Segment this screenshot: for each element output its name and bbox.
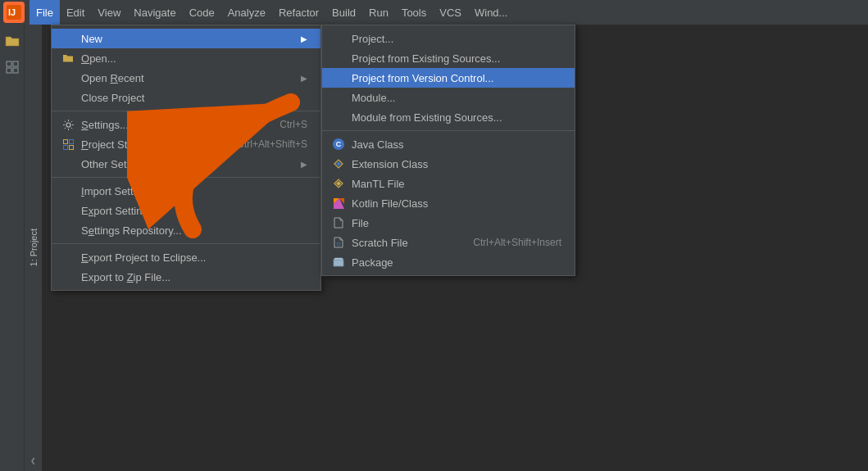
menu-item-close-project[interactable]: Close Project [52, 88, 320, 107]
java-class-icon: C [332, 138, 345, 151]
extension-class-icon [332, 157, 345, 170]
svg-point-14 [337, 242, 340, 246]
new-submenu-module[interactable]: Module... [322, 88, 575, 107]
menu-item-export-zip[interactable]: Export to Zip File... [52, 267, 320, 287]
svg-point-6 [66, 123, 70, 127]
menu-item-project-structure[interactable]: Project Structure... Ctrl+Alt+Shift+S [52, 134, 320, 154]
svg-rect-9 [63, 145, 67, 149]
project-panel-label: 1: Project [29, 229, 39, 266]
new-submenu-mantl[interactable]: ManTL File [322, 174, 575, 193]
new-arrow-icon: ▶ [301, 34, 307, 43]
menu-item-open[interactable]: Open... [52, 48, 320, 68]
menubar-view[interactable]: View [91, 0, 127, 25]
new-submenu-java-class-label: Java Class [352, 138, 404, 151]
settings-wrench-icon [61, 118, 75, 131]
new-submenu-module-existing[interactable]: Module from Existing Sources... [322, 107, 575, 127]
mantl-icon [332, 177, 345, 190]
menu-item-settings-repo[interactable]: Settings Repository... [52, 220, 320, 240]
package-icon [332, 256, 345, 269]
scratch-file-shortcut: Ctrl+Alt+Shift+Insert [473, 237, 561, 248]
new-submenu-project-existing[interactable]: Project from Existing Sources... [322, 48, 575, 68]
menu-item-settings-repo-label: Settings Repository... [81, 224, 182, 237]
open-recent-icon [61, 71, 75, 84]
kotlin-icon [332, 197, 345, 210]
menubar-build[interactable]: Build [325, 0, 362, 25]
new-submenu-project-existing-label: Project from Existing Sources... [352, 52, 500, 65]
file-menu-dropdown: New ▶ Open... Open Recent ▶ Close Projec… [51, 25, 321, 291]
menu-item-settings-label: Settings... [81, 119, 129, 131]
menu-item-export-eclipse-label: Export Project to Eclipse... [81, 251, 206, 264]
app-logo: IJ [3, 2, 25, 23]
new-submenu-scratch-file[interactable]: Scratch File Ctrl+Alt+Shift+Insert [322, 233, 575, 252]
menu-item-import-settings-label: Import Settings... [81, 185, 161, 197]
svg-rect-2 [7, 61, 11, 66]
menubar-analyze[interactable]: Analyze [221, 0, 272, 25]
menubar-code[interactable]: Code [183, 0, 221, 25]
new-submenu-separator [322, 130, 575, 131]
new-submenu-kotlin[interactable]: Kotlin File/Class [322, 193, 575, 213]
new-submenu-project-label: Project... [352, 33, 393, 45]
menubar-tools[interactable]: Tools [395, 0, 433, 25]
menu-item-settings[interactable]: Settings... Ctrl+S [52, 115, 320, 134]
menu-item-export-settings-label: Export Settings... [81, 205, 162, 217]
menu-item-project-structure-label: Project Structure... [81, 138, 170, 151]
menubar-analyze-label: Analyze [228, 7, 266, 19]
menubar-file[interactable]: File [30, 0, 60, 25]
file-icon [332, 216, 345, 229]
svg-rect-5 [13, 68, 18, 73]
new-submenu-scratch-file-label: Scratch File [352, 237, 408, 249]
new-submenu-extension-class-label: Extension Class [352, 158, 428, 170]
menu-item-close-project-label: Close Project [81, 92, 144, 104]
project-existing-icon [332, 52, 345, 65]
other-settings-icon [61, 157, 75, 170]
menubar-window[interactable]: Wind... [468, 0, 514, 25]
open-folder-icon [61, 52, 75, 65]
scratch-file-icon [332, 236, 345, 249]
svg-rect-4 [7, 68, 11, 73]
other-settings-arrow-icon: ▶ [301, 160, 307, 169]
svg-rect-8 [69, 139, 73, 143]
sidebar-icon-2[interactable] [2, 57, 22, 77]
project-panel-tab[interactable]: 1: Project ❮ [25, 25, 43, 471]
new-submenu-package-label: Package [352, 256, 393, 269]
menubar-edit[interactable]: Edit [60, 0, 91, 25]
svg-rect-7 [63, 139, 67, 143]
open-recent-arrow-icon: ▶ [301, 74, 307, 83]
menu-item-other-settings[interactable]: Other Settings ▶ [52, 154, 320, 174]
menu-item-export-eclipse[interactable]: Export Project to Eclipse... [52, 247, 320, 267]
new-submenu-file[interactable]: File [322, 213, 575, 233]
new-submenu: Project... Project from Existing Sources… [321, 25, 575, 276]
settings-repo-icon [61, 224, 75, 237]
project-vcs-icon [332, 71, 345, 84]
new-submenu-extension-class[interactable]: Extension Class [322, 154, 575, 174]
menu-item-new[interactable]: New ▶ [52, 29, 320, 48]
new-submenu-project-vcs[interactable]: Project from Version Control... [322, 68, 575, 88]
menubar-run[interactable]: Run [362, 0, 395, 25]
menubar-navigate-label: Navigate [134, 7, 175, 19]
new-submenu-project[interactable]: Project... [322, 29, 575, 48]
menubar-refactor[interactable]: Refactor [272, 0, 325, 25]
menubar-vcs[interactable]: VCS [433, 0, 468, 25]
menubar-view-label: View [98, 7, 120, 19]
separator-3 [52, 243, 320, 244]
project-structure-shortcut: Ctrl+Alt+Shift+S [237, 138, 307, 150]
menu-item-export-settings[interactable]: Export Settings... [52, 201, 320, 220]
menubar-build-label: Build [332, 7, 356, 19]
menubar-edit-label: Edit [66, 7, 84, 19]
menubar-run-label: Run [369, 7, 389, 19]
export-settings-icon [61, 204, 75, 217]
import-settings-icon [61, 184, 75, 197]
menu-item-open-recent-label: Open Recent [81, 72, 144, 84]
new-submenu-java-class[interactable]: C Java Class [322, 134, 575, 154]
menu-item-import-settings[interactable]: Import Settings... [52, 181, 320, 201]
menubar-code-label: Code [189, 7, 215, 19]
settings-shortcut: Ctrl+S [279, 119, 307, 130]
svg-rect-10 [69, 145, 73, 149]
svg-rect-3 [13, 61, 18, 66]
menubar-navigate[interactable]: Navigate [127, 0, 182, 25]
menubar: IJ File Edit View Navigate Code Analyze … [0, 0, 868, 25]
sidebar-folder-icon[interactable] [2, 31, 22, 51]
menu-item-open-recent[interactable]: Open Recent ▶ [52, 68, 320, 88]
new-submenu-package[interactable]: Package [322, 252, 575, 272]
project-structure-icon [61, 138, 75, 151]
